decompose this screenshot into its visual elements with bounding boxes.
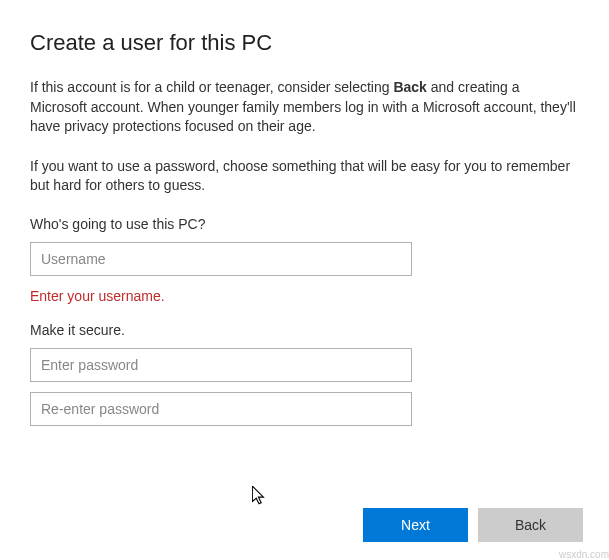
back-button[interactable]: Back — [478, 508, 583, 542]
description-child-account: If this account is for a child or teenag… — [30, 78, 579, 137]
username-label: Who's going to use this PC? — [30, 216, 579, 232]
username-input[interactable] — [30, 242, 412, 276]
desc1-pre: If this account is for a child or teenag… — [30, 79, 393, 95]
username-error: Enter your username. — [30, 288, 579, 304]
password-label: Make it secure. — [30, 322, 579, 338]
page-title: Create a user for this PC — [30, 30, 579, 56]
cursor-icon — [252, 486, 266, 506]
reenter-password-input[interactable] — [30, 392, 412, 426]
next-button[interactable]: Next — [363, 508, 468, 542]
password-input[interactable] — [30, 348, 412, 382]
desc1-bold: Back — [393, 79, 426, 95]
watermark: wsxdn.com — [559, 549, 609, 560]
footer-buttons: Next Back — [363, 508, 583, 542]
description-password: If you want to use a password, choose so… — [30, 157, 579, 196]
